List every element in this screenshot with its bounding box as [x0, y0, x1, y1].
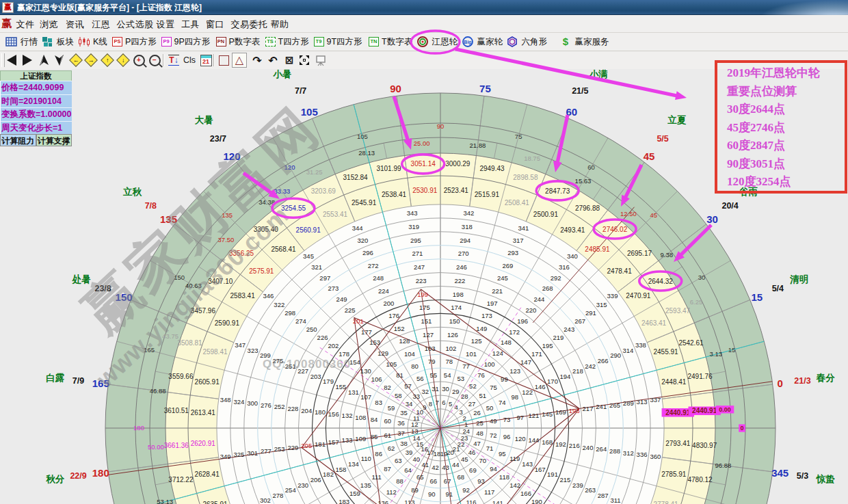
menu-item-1[interactable]: 浏览	[40, 18, 58, 31]
draw-triangle-button[interactable]: △	[232, 53, 247, 68]
zoom-out-button[interactable]: −	[147, 53, 162, 68]
spiral-number: 204	[301, 407, 312, 414]
box-x-button[interactable]: ⊠	[282, 53, 297, 68]
menu-item-7[interactable]: 窗口	[206, 18, 224, 31]
spiral-number: 276	[261, 401, 271, 409]
toolbar-item-label: 江恩轮	[432, 36, 458, 48]
term-date-label: 5/5	[657, 134, 668, 144]
t-updown-button[interactable]: T↓	[166, 53, 181, 68]
menu-item-2[interactable]: 资讯	[66, 18, 84, 31]
toolbar-item-sectors[interactable]: 板块	[42, 33, 74, 51]
percent-label: 18.75	[524, 155, 540, 162]
spiral-number: 33	[412, 393, 420, 400]
menu-item-8[interactable]: 交易委托	[231, 18, 268, 31]
titlebar-glow	[759, 0, 848, 15]
move-button[interactable]	[297, 53, 312, 68]
spiral-number: 336	[637, 451, 648, 458]
spiral-number: 293	[507, 249, 518, 256]
blocks-icon-part	[42, 37, 47, 42]
toolbar-item-t-table[interactable]: TNT数字表	[369, 33, 412, 51]
diamond-left-button[interactable]: ←	[68, 53, 83, 68]
spiral-number: 27	[468, 400, 476, 408]
menu-item-9[interactable]: 帮助	[271, 18, 289, 31]
spiral-number: 147	[520, 358, 531, 366]
menu-item-0[interactable]: 文件	[16, 18, 35, 31]
spiral-number: 290	[610, 352, 621, 359]
panel-factor-row: 变换系数=1.00000	[0, 107, 72, 121]
toolbar-item-service[interactable]: $赢家服务	[560, 33, 609, 51]
spiral-number: 131	[348, 388, 359, 396]
diamond-right-button[interactable]: →	[83, 53, 98, 68]
toolbar-item-9t-square[interactable]: T99T四方形	[314, 33, 362, 51]
t-table-icon: TN	[369, 37, 379, 47]
diamond-left-button-part: ←	[69, 53, 83, 67]
spiral-number: 124	[492, 349, 503, 357]
spiral-number: 243	[564, 326, 574, 333]
spiral-number: 337	[650, 396, 661, 403]
price-ratio-label: 3051.14	[411, 160, 436, 168]
spiral-number: 5	[449, 400, 452, 408]
percent-label: 25.00	[414, 140, 430, 147]
toolbar-item-quotes[interactable]: 行情	[5, 33, 38, 51]
cls-button[interactable]: Cls	[182, 53, 197, 68]
diamond-up-button[interactable]: ↑	[100, 53, 115, 68]
draw-rect-button[interactable]	[216, 53, 231, 68]
spiral-number: 227	[297, 367, 308, 375]
spiral-number: 133	[342, 436, 353, 444]
spiral-number: 271	[412, 250, 423, 257]
spiral-number: 94	[490, 465, 497, 473]
menu-item-6[interactable]: 工具	[181, 18, 200, 31]
toolbar-item-hexagon[interactable]: 六角形	[507, 33, 548, 51]
arc-ccw-button[interactable]: ↶	[265, 53, 280, 68]
toolbar-item-kline[interactable]: K线	[78, 33, 107, 51]
spiral-number: 168	[542, 438, 553, 446]
prev-button[interactable]	[4, 53, 19, 68]
toolbar-item-gann-wheel[interactable]: 江恩轮	[417, 33, 458, 51]
spiral-number: 194	[559, 373, 570, 380]
note-line: 120度3254点	[717, 173, 845, 191]
term-date-label: 20/4	[721, 201, 738, 211]
price-add-label: 2785.91	[661, 470, 687, 478]
angle-label: 15	[728, 346, 736, 354]
app-window: { "window": { "title": "赢家江恩专业版[赢家服务平台] …	[0, 0, 848, 504]
title-bar[interactable]: 赢 赢家江恩专业版[赢家服务平台] - [上证指数 江恩轮]	[0, 0, 848, 15]
spiral-number: 218	[572, 367, 583, 375]
menu-item-5[interactable]: 设置	[157, 18, 175, 31]
calc-resistance-button[interactable]: 计算阻力	[0, 134, 36, 146]
price-add-label: 2583.41	[230, 292, 256, 300]
spiral-number: 54	[444, 371, 451, 379]
spiral-number: 7	[435, 399, 438, 406]
page-down-button[interactable]	[52, 53, 67, 68]
board-button[interactable]	[313, 53, 328, 68]
toolbar-item-winner-wheel[interactable]: Big赢家轮	[462, 33, 503, 51]
arc-cw-button[interactable]: ↷	[250, 53, 265, 68]
spiral-number: 252	[274, 403, 285, 410]
price-add-label: 2463.41	[641, 319, 667, 327]
next-button[interactable]	[20, 53, 35, 68]
spiral-number: 301	[247, 449, 258, 457]
spiral-number: 183	[339, 498, 349, 504]
spiral-number: 49	[490, 417, 497, 425]
calendar-button[interactable]: 21	[198, 53, 213, 68]
toolbar-item-9p-square[interactable]: P99P四方形	[161, 33, 211, 51]
zoom-in-button[interactable]: +	[131, 53, 146, 68]
menu-item-3[interactable]: 江恩	[92, 18, 110, 31]
panel-step-row: 周天变化步长=1	[0, 121, 72, 135]
toolbar-item-p-table[interactable]: PNP数字表	[216, 33, 261, 51]
spiral-number: 113	[404, 499, 414, 504]
page-up-button[interactable]	[36, 53, 51, 68]
toolbar-item-label: T数字表	[382, 36, 412, 48]
calc-support-button[interactable]: 计算支撑	[36, 134, 72, 146]
spiral-number: 244	[534, 295, 545, 303]
spiral-number: 100	[484, 360, 495, 368]
outer-angle-label: 345	[771, 467, 789, 479]
menu-item-4[interactable]: 公式选股	[117, 18, 154, 31]
outer-angle-label: 165	[92, 377, 109, 389]
spiral-number: 126	[447, 331, 458, 339]
diamond-down-button[interactable]: ↓	[116, 53, 131, 68]
toolbar-item-p-square[interactable]: PSP四方形	[112, 33, 157, 51]
blocks-icon-part	[44, 42, 48, 47]
toolbar-item-t-square[interactable]: TST四方形	[265, 33, 309, 51]
spiral-number: 3	[459, 408, 462, 416]
term-date-label: 21/6	[384, 69, 401, 71]
